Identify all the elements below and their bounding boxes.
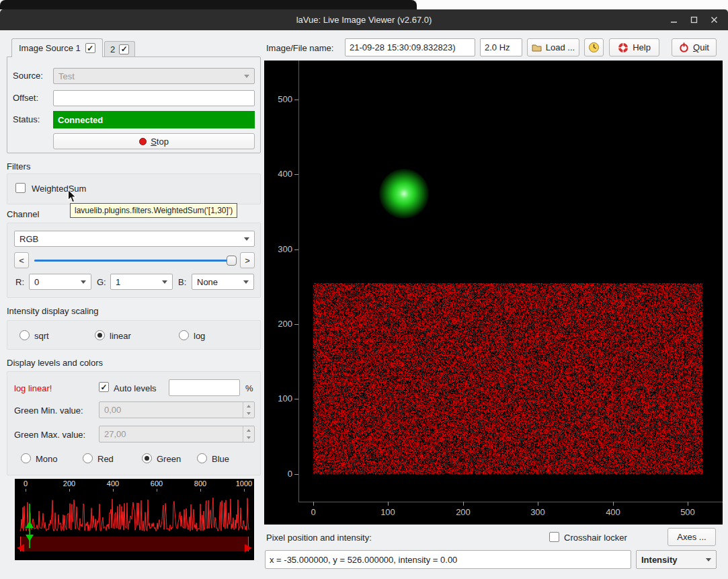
histogram-tick-label: 200 xyxy=(59,479,79,488)
quit-button[interactable]: Quit xyxy=(672,38,717,56)
record-icon xyxy=(139,138,147,145)
channel-mode-select[interactable]: RGB xyxy=(14,231,255,247)
close-button[interactable] xyxy=(704,9,724,30)
green-min-spinbox[interactable]: 0,00 xyxy=(99,401,255,418)
auto-levels-label[interactable]: Auto levels xyxy=(114,383,157,393)
log-radio-label[interactable]: log xyxy=(194,331,205,341)
r-label: R: xyxy=(15,277,24,287)
weightedsum-checkbox[interactable] xyxy=(15,183,26,193)
green-max-spinbox[interactable]: 27,00 xyxy=(99,426,255,442)
x-tick-mark xyxy=(688,502,688,506)
y-tick-mark xyxy=(294,249,298,250)
channel-slider[interactable] xyxy=(33,252,237,268)
clock-button[interactable] xyxy=(584,38,604,56)
tooltip: lavuelib.plugins.filters.WeightedSum('[1… xyxy=(70,203,237,218)
linear-radio[interactable] xyxy=(95,330,105,340)
red-radio-label[interactable]: Red xyxy=(97,454,114,464)
blue-radio-label[interactable]: Blue xyxy=(212,454,229,464)
status-label: Status: xyxy=(13,114,40,124)
image-source-2-checkbox[interactable]: ✓ xyxy=(119,44,129,54)
channel-mode-value: RGB xyxy=(19,234,38,244)
b-select[interactable]: None xyxy=(192,274,254,290)
minimize-button[interactable] xyxy=(663,9,684,30)
crosshair-locker-checkbox[interactable] xyxy=(549,532,559,542)
g-label: G: xyxy=(97,277,106,287)
pixel-position-label: Pixel position and intensity: xyxy=(266,533,372,543)
check-icon: ✓ xyxy=(100,383,107,391)
image-source-1-checkbox[interactable]: ✓ xyxy=(85,43,95,53)
slider-next-button[interactable]: > xyxy=(240,252,255,268)
channel-panel: RGB < > R: 0 G: 1 B: None xyxy=(7,223,261,298)
axes-button[interactable]: Axes ... xyxy=(668,528,716,546)
y-axis-line xyxy=(298,61,299,502)
tab-image-source-2[interactable]: 2 ✓ xyxy=(104,41,135,56)
y-tick-label: 100 xyxy=(267,393,292,403)
stop-button[interactable]: Stop xyxy=(53,133,255,149)
image-view[interactable]: 500 400 300 200 100 0 0 100 200 300 400 … xyxy=(264,61,723,525)
folder-icon xyxy=(532,43,542,52)
help-button[interactable]: Help xyxy=(609,38,659,56)
y-tick-mark xyxy=(294,399,298,399)
auto-levels-percent-input[interactable] xyxy=(169,379,240,396)
auto-levels-checkbox[interactable]: ✓ xyxy=(99,382,109,392)
histogram-tick-label: 1000 xyxy=(234,479,254,488)
spin-up-icon[interactable] xyxy=(243,402,254,410)
slider-prev-button[interactable]: < xyxy=(14,252,29,268)
g-select[interactable]: 1 xyxy=(110,274,173,290)
r-select[interactable]: 0 xyxy=(29,274,91,290)
mono-radio-label[interactable]: Mono xyxy=(36,454,58,464)
display-mode-value: Intensity xyxy=(641,555,677,565)
x-tick-label: 500 xyxy=(673,507,702,517)
green-radio[interactable] xyxy=(142,453,152,463)
stop-button-label: Stop xyxy=(151,137,169,147)
filters-section-label: Filters xyxy=(7,161,30,171)
x-tick-label: 400 xyxy=(598,507,628,517)
spin-down-icon[interactable] xyxy=(243,434,254,442)
x-tick-mark xyxy=(388,502,389,506)
red-radio[interactable] xyxy=(83,453,93,463)
pixel-position-input[interactable] xyxy=(265,550,631,569)
crosshair-locker-label[interactable]: Crosshair locker xyxy=(564,533,627,543)
y-tick-label: 200 xyxy=(267,319,292,329)
histogram-canvas[interactable] xyxy=(15,489,254,560)
load-button-label: Load ... xyxy=(546,42,575,52)
scaling-warning: log linear! xyxy=(14,383,52,393)
tab-image-source-1[interactable]: Image Source 1 ✓ xyxy=(11,38,103,57)
slider-handle[interactable] xyxy=(227,256,237,266)
x-tick-mark xyxy=(613,502,614,506)
green-max-spin-buttons[interactable] xyxy=(243,426,254,442)
spin-up-icon[interactable] xyxy=(243,426,254,434)
maximize-button[interactable] xyxy=(684,9,704,30)
refresh-rate-input[interactable] xyxy=(480,38,522,56)
source-select[interactable]: Test xyxy=(53,68,255,84)
title-bar: laVue: Live Image Viewer (v2.67.0) xyxy=(0,9,728,30)
blue-radio[interactable] xyxy=(197,453,207,463)
green-radio-label[interactable]: Green xyxy=(157,454,181,464)
scaling-section-label: Intensity display scaling xyxy=(7,306,99,316)
histogram-tick-label: 800 xyxy=(190,479,210,488)
b-select-value: None xyxy=(197,277,218,287)
sqrt-radio[interactable] xyxy=(19,330,30,340)
image-source-pane: Source: Test Offset: Status: Connected S… xyxy=(7,56,261,153)
status-value: Connected xyxy=(53,111,255,128)
status-value-text: Connected xyxy=(58,115,103,125)
clock-icon xyxy=(588,42,600,53)
channel-section-label: Channel xyxy=(7,209,39,219)
sqrt-radio-label[interactable]: sqrt xyxy=(34,331,49,341)
linear-radio-label[interactable]: linear xyxy=(110,331,131,341)
load-button[interactable]: Load ... xyxy=(527,38,579,56)
tab-image-source-1-label: Image Source 1 xyxy=(19,43,81,53)
help-button-label: Help xyxy=(633,42,651,52)
display-mode-select[interactable]: Intensity xyxy=(636,550,717,569)
tab-image-source-2-label: 2 xyxy=(110,44,115,54)
levels-section-label: Display levels and colors xyxy=(7,358,103,368)
offset-input[interactable] xyxy=(53,90,255,106)
mono-radio[interactable] xyxy=(21,453,31,463)
histogram-widget[interactable]: 0 200 400 600 800 1000 xyxy=(15,479,254,560)
image-file-input[interactable] xyxy=(345,38,475,56)
spin-down-icon[interactable] xyxy=(243,410,254,418)
log-radio[interactable] xyxy=(179,330,189,340)
green-min-spin-buttons[interactable] xyxy=(243,402,254,418)
quit-button-label: Quit xyxy=(693,42,709,52)
weightedsum-label: WeightedSum xyxy=(32,184,86,194)
